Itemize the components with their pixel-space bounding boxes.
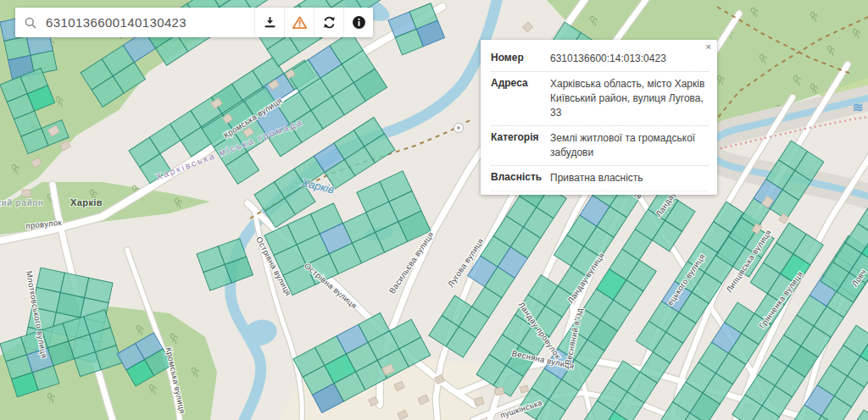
row-label: Категорія xyxy=(491,131,550,160)
map-svg: Кромська вулицяпровулокМлотковського вул… xyxy=(0,0,868,420)
warning-button[interactable] xyxy=(284,8,314,37)
search-icon xyxy=(24,16,37,30)
info-icon xyxy=(352,15,366,30)
popup-row-address: Адреса Харківська область, місто Харків … xyxy=(491,72,709,126)
search-field-area[interactable] xyxy=(15,8,254,37)
download-button[interactable] xyxy=(254,8,284,37)
row-value: Харківська область, місто Харків Київськ… xyxy=(550,77,709,120)
row-label: Власність xyxy=(491,171,550,185)
parcel-info-popup: × Номер 6310136600:14:013:0423 Адреса Ха… xyxy=(481,40,717,195)
poi-marker-dot xyxy=(457,126,459,129)
warning-icon xyxy=(292,15,308,30)
popup-row-number: Номер 6310136600:14:013:0423 xyxy=(491,47,709,72)
popup-row-category: Категорія Землі житлової та громадської … xyxy=(491,126,709,166)
building xyxy=(22,190,31,196)
district-label: кий район xyxy=(0,198,44,207)
map-canvas[interactable]: Кромська вулицяпровулокМлотковського вул… xyxy=(0,0,868,420)
row-value: 6310136600:14:013:0423 xyxy=(550,52,709,66)
row-value: Приватна власність xyxy=(550,171,709,185)
refresh-icon xyxy=(322,15,337,30)
search-bar xyxy=(15,8,373,37)
refresh-button[interactable] xyxy=(314,8,343,37)
popup-row-ownership: Власність Приватна власність xyxy=(491,166,709,191)
download-icon xyxy=(263,15,277,30)
water-symbol: ≋ xyxy=(853,100,864,114)
place-label: Харків xyxy=(70,197,103,207)
info-button[interactable] xyxy=(343,8,373,37)
close-icon[interactable]: × xyxy=(706,41,711,52)
row-label: Адреса xyxy=(491,77,550,120)
search-input[interactable] xyxy=(44,14,254,30)
row-value: Землі житлової та громадської забудови xyxy=(550,131,709,160)
row-label: Номер xyxy=(491,52,550,66)
